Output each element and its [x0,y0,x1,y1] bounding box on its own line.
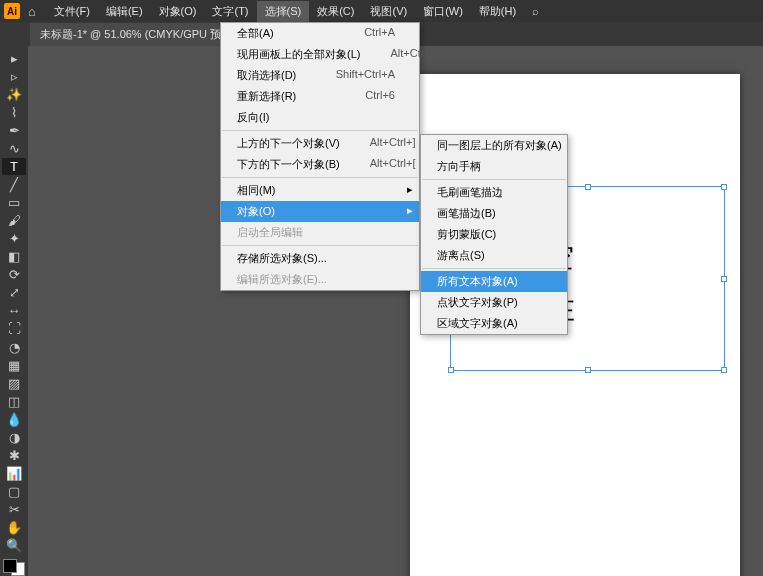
pen-tool[interactable]: ✒ [2,122,26,139]
tab-title: 未标题-1* @ 51.06% (CMYK/GPU 预览) [40,27,236,42]
menu-separator [422,268,566,269]
menu-item-label: 对象(O) [237,204,275,219]
object-submenu-dropdown: 同一图层上的所有对象(A)方向手柄毛刷画笔描边画笔描边(B)剪切蒙版(C)游离点… [420,134,568,335]
hand-tool[interactable]: ✋ [2,519,26,536]
mesh-tool[interactable]: ▨ [2,375,26,392]
menu-edit[interactable]: 编辑(E) [98,1,151,22]
resize-handle[interactable] [721,367,727,373]
menu-item-label: 相同(M) [237,183,276,198]
menu-item[interactable]: 对象(O)▸ [221,201,419,222]
select-menu-dropdown: 全部(A)Ctrl+A现用画板上的全部对象(L)Alt+Ctrl+A取消选择(D… [220,22,420,291]
menu-effect[interactable]: 效果(C) [309,1,362,22]
menu-item[interactable]: 取消选择(D)Shift+Ctrl+A [221,65,419,86]
menu-separator [422,179,566,180]
color-swatches[interactable] [3,559,25,576]
menu-help[interactable]: 帮助(H) [471,1,524,22]
eraser-tool[interactable]: ◧ [2,248,26,265]
menu-separator [222,130,418,131]
menu-item-label: 剪切蒙版(C) [437,227,496,242]
app-logo: Ai [4,3,20,19]
direct-selection-tool[interactable]: ▹ [2,68,26,85]
menu-item[interactable]: 重新选择(R)Ctrl+6 [221,86,419,107]
menu-item[interactable]: 剪切蒙版(C) [421,224,567,245]
menu-item[interactable]: 存储所选对象(S)... [221,248,419,269]
menu-item: 启动全局编辑 [221,222,419,243]
menu-item[interactable]: 全部(A)Ctrl+A [221,23,419,44]
menu-item: 编辑所选对象(E)... [221,269,419,290]
home-icon[interactable]: ⌂ [28,4,36,19]
menu-item[interactable]: 方向手柄 [421,156,567,177]
selection-tool[interactable]: ▸ [2,50,26,67]
menu-window[interactable]: 窗口(W) [415,1,471,22]
type-tool[interactable]: T [2,158,26,175]
menu-item[interactable]: 所有文本对象(A) [421,271,567,292]
width-tool[interactable]: ↔ [2,302,26,319]
scale-tool[interactable]: ⤢ [2,284,26,301]
menu-item-label: 启动全局编辑 [237,225,303,240]
menu-item[interactable]: 毛刷画笔描边 [421,182,567,203]
menu-item[interactable]: 同一图层上的所有对象(A) [421,135,567,156]
menu-item-label: 所有文本对象(A) [437,274,518,289]
menu-item-label: 游离点(S) [437,248,485,263]
free-transform-tool[interactable]: ⛶ [2,320,26,337]
menu-item-label: 画笔描边(B) [437,206,496,221]
menu-shortcut: Shift+Ctrl+A [336,68,395,83]
curvature-tool[interactable]: ∿ [2,140,26,157]
menu-item[interactable]: 游离点(S) [421,245,567,266]
menu-item[interactable]: 上方的下一个对象(V)Alt+Ctrl+] [221,133,419,154]
resize-handle[interactable] [721,276,727,282]
resize-handle[interactable] [721,184,727,190]
shaper-tool[interactable]: ✦ [2,230,26,247]
menu-item-label: 方向手柄 [437,159,481,174]
menu-item[interactable]: 区域文字对象(A) [421,313,567,334]
menu-file[interactable]: 文件(F) [46,1,98,22]
artboard-tool[interactable]: ▢ [2,483,26,500]
gradient-tool[interactable]: ◫ [2,393,26,410]
menu-item-label: 反向(I) [237,110,269,125]
menu-object[interactable]: 对象(O) [151,1,205,22]
symbol-sprayer-tool[interactable]: ✱ [2,447,26,464]
menu-item-label: 下方的下一个对象(B) [237,157,340,172]
menu-shortcut: Alt+Ctrl+] [370,136,416,151]
rectangle-tool[interactable]: ▭ [2,194,26,211]
lasso-tool[interactable]: ⌇ [2,104,26,121]
blend-tool[interactable]: ◑ [2,429,26,446]
menu-view[interactable]: 视图(V) [362,1,415,22]
resize-handle[interactable] [448,367,454,373]
menu-item[interactable]: 反向(I) [221,107,419,128]
rotate-tool[interactable]: ⟳ [2,266,26,283]
magic-wand-tool[interactable]: ✨ [2,86,26,103]
slice-tool[interactable]: ✂ [2,501,26,518]
resize-handle[interactable] [585,367,591,373]
menu-separator [222,245,418,246]
menu-item[interactable]: 下方的下一个对象(B)Alt+Ctrl+[ [221,154,419,175]
eyedropper-tool[interactable]: 💧 [2,411,26,428]
fill-swatch[interactable] [3,559,17,573]
menu-select[interactable]: 选择(S) [257,1,310,22]
line-tool[interactable]: ╱ [2,176,26,193]
menu-separator [222,177,418,178]
paintbrush-tool[interactable]: 🖌 [2,212,26,229]
toolbar: ▸▹✨⌇✒∿T╱▭🖌✦◧⟳⤢↔⛶◔▦▨◫💧◑✱📊▢✂✋🔍 [0,46,28,576]
column-graph-tool[interactable]: 📊 [2,465,26,482]
search-icon[interactable]: ⌕ [532,5,539,17]
menu-item[interactable]: 画笔描边(B) [421,203,567,224]
resize-handle[interactable] [585,184,591,190]
menu-item[interactable]: 点状文字对象(P) [421,292,567,313]
shape-builder-tool[interactable]: ◔ [2,339,26,356]
menu-item[interactable]: 现用画板上的全部对象(L)Alt+Ctrl+A [221,44,419,65]
submenu-arrow-icon: ▸ [407,204,413,217]
menu-shortcut: Alt+Ctrl+[ [370,157,416,172]
menu-item[interactable]: 相同(M)▸ [221,180,419,201]
perspective-tool[interactable]: ▦ [2,357,26,374]
menu-item-label: 毛刷画笔描边 [437,185,503,200]
menu-item-label: 现用画板上的全部对象(L) [237,47,360,62]
zoom-tool[interactable]: 🔍 [2,537,26,554]
submenu-arrow-icon: ▸ [407,183,413,196]
menu-type[interactable]: 文字(T) [204,1,256,22]
menu-item-label: 全部(A) [237,26,274,41]
menu-shortcut: Ctrl+A [364,26,395,41]
menu-item-label: 取消选择(D) [237,68,296,83]
menu-item-label: 同一图层上的所有对象(A) [437,138,562,153]
menu-item-label: 存储所选对象(S)... [237,251,327,266]
